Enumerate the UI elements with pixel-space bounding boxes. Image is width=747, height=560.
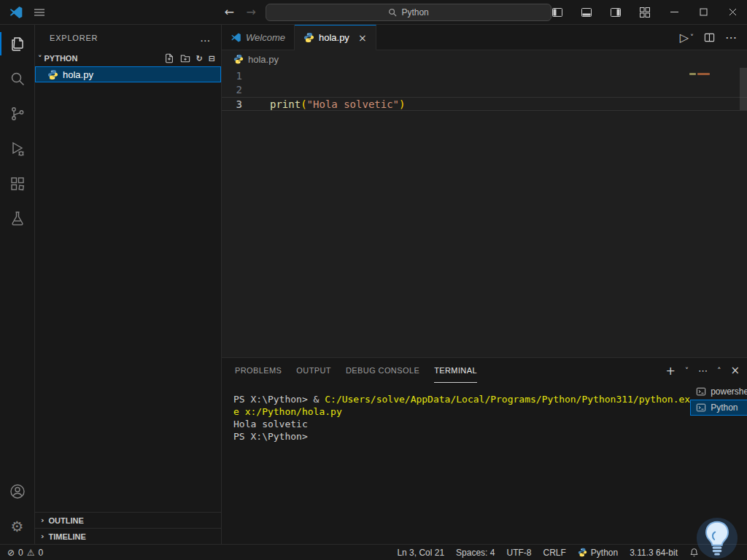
terminal-icon <box>696 386 706 397</box>
cursor-position-status[interactable]: Ln 3, Col 21 <box>397 548 444 558</box>
python-file-icon <box>233 54 244 64</box>
search-sidebar-icon[interactable] <box>0 61 34 96</box>
warning-count: 0 <box>39 548 44 558</box>
chevron-right-icon: › <box>41 516 44 525</box>
search-icon <box>388 8 397 17</box>
search-value: Python <box>401 7 428 18</box>
indentation-status[interactable]: Spaces: 4 <box>456 548 495 558</box>
tab-output[interactable]: OUTPUT <box>296 358 331 383</box>
explorer-empty-area[interactable] <box>35 82 221 512</box>
close-window-button[interactable] <box>718 0 747 24</box>
timeline-section[interactable]: › TIMELINE <box>35 528 221 544</box>
tab-terminal[interactable]: TERMINAL <box>434 358 477 383</box>
source-control-icon[interactable] <box>0 96 34 131</box>
error-icon: ⊘ <box>7 548 15 558</box>
lightbulb-watermark <box>694 515 740 560</box>
line-number: 3 <box>222 98 257 110</box>
forward-arrow-icon[interactable]: → <box>244 5 258 19</box>
tab-problems[interactable]: PROBLEMS <box>235 358 282 383</box>
terminal-icon <box>696 402 706 413</box>
current-line: 3 print("Hola solvetic") <box>222 97 747 111</box>
error-count: 0 <box>18 548 23 558</box>
terminal-instance-label: powershell <box>711 386 747 397</box>
editor-scrollbar[interactable] <box>740 68 747 110</box>
editor-tab-bar: Welcome hola.py × ▷ ˅ <box>222 25 747 50</box>
toggle-panel-icon[interactable] <box>572 0 601 24</box>
python-interpreter-status[interactable]: 3.11.3 64-bit <box>630 548 678 558</box>
testing-icon[interactable] <box>0 201 34 236</box>
new-folder-icon[interactable] <box>180 53 190 63</box>
collapse-folders-icon[interactable]: ⊟ <box>209 54 215 63</box>
file-item-hola-py[interactable]: hola.py <box>35 66 221 82</box>
close-panel-icon[interactable]: × <box>730 364 740 377</box>
explorer-icon[interactable] <box>0 26 34 61</box>
warning-icon: ⚠ <box>27 548 35 558</box>
folder-name: PYTHON <box>44 54 78 63</box>
editor-more-actions-icon[interactable]: ⋯ <box>725 31 737 44</box>
eol-status[interactable]: CRLF <box>543 548 565 558</box>
settings-gear-icon[interactable]: ⚙ <box>0 509 34 544</box>
tab-welcome-label: Welcome <box>246 32 285 43</box>
status-bar: ⊘ 0 ⚠ 0 Ln 3, Col 21 Spaces: 4 UTF-8 CRL… <box>0 544 747 560</box>
back-arrow-icon[interactable]: ← <box>222 5 236 19</box>
panel-more-actions-icon[interactable]: ⋯ <box>698 365 708 376</box>
encoding-status[interactable]: UTF-8 <box>506 548 531 558</box>
python-file-icon <box>303 32 314 43</box>
run-dropdown-icon[interactable]: ˅ <box>690 34 694 42</box>
maximize-button[interactable] <box>689 0 718 24</box>
close-tab-icon[interactable]: × <box>358 32 367 44</box>
explorer-more-actions-icon[interactable]: … <box>200 32 211 44</box>
breadcrumb[interactable]: hola.py <box>222 50 747 68</box>
problems-status[interactable]: ⊘ 0 ⚠ 0 <box>7 548 43 558</box>
refresh-explorer-icon[interactable]: ↻ <box>196 54 203 63</box>
vscode-tab-icon <box>231 32 241 43</box>
extensions-icon[interactable] <box>0 166 34 201</box>
title-bar: ← → Python <box>0 0 747 25</box>
minimize-button[interactable] <box>659 0 689 24</box>
tab-debug-console[interactable]: DEBUG CONSOLE <box>346 358 419 383</box>
folder-section-header[interactable]: ˅ PYTHON ↻ ⊟ <box>35 50 221 66</box>
code-line: print("Hola solvetic") <box>257 98 405 110</box>
tab-hola-py-label: hola.py <box>319 32 349 43</box>
command-search-input[interactable]: Python <box>266 4 551 21</box>
maximize-panel-icon[interactable]: ˄ <box>717 366 721 376</box>
terminal-instance-label: Python <box>711 402 738 413</box>
vscode-logo-icon <box>9 5 23 20</box>
vscode-window: ← → Python <box>0 0 747 560</box>
new-file-icon[interactable] <box>164 53 174 63</box>
terminal-output[interactable]: PS X:\Python> & C:/Users/solve/AppData/L… <box>222 383 690 544</box>
outline-section[interactable]: › OUTLINE <box>35 512 221 528</box>
tab-welcome[interactable]: Welcome <box>222 25 295 50</box>
code-editor[interactable]: 1 2 3 print("Hola solvetic") <box>222 68 747 357</box>
chevron-down-icon: ˅ <box>38 54 42 63</box>
customize-layout-icon[interactable] <box>630 0 659 24</box>
menu-hamburger-icon[interactable] <box>34 7 45 18</box>
terminal-instance-python[interactable]: Python <box>690 400 747 416</box>
timeline-label: TIMELINE <box>49 532 86 541</box>
explorer-sidebar: EXPLORER … ˅ PYTHON ↻ ⊟ <box>35 25 222 544</box>
new-terminal-icon[interactable]: + <box>666 364 676 378</box>
python-icon <box>578 548 587 557</box>
activity-bar: ⚙ <box>0 25 35 544</box>
toggle-secondary-sidebar-icon[interactable] <box>601 0 630 24</box>
language-label: Python <box>591 548 618 558</box>
tab-hola-py[interactable]: hola.py × <box>295 25 376 50</box>
chevron-right-icon: › <box>41 532 44 541</box>
terminal-line: PS X:\Python> & C:/Users/solve/AppData/L… <box>233 393 690 405</box>
terminal-instance-powershell[interactable]: powershell <box>690 384 747 400</box>
split-editor-icon[interactable] <box>704 32 715 43</box>
terminal-line: PS X:\Python> <box>233 430 690 443</box>
terminal-line: e x:/Python/hola.py <box>233 405 690 418</box>
minimap[interactable] <box>687 68 737 357</box>
file-name: hola.py <box>63 69 93 80</box>
accounts-icon[interactable] <box>0 474 34 509</box>
python-file-icon <box>47 69 58 80</box>
line-number: 1 <box>222 69 257 83</box>
outline-label: OUTLINE <box>49 516 84 525</box>
run-python-file-icon[interactable]: ▷ <box>680 31 689 44</box>
breadcrumb-file: hola.py <box>248 54 279 65</box>
language-mode-status[interactable]: Python <box>578 548 618 558</box>
run-and-debug-icon[interactable] <box>0 131 34 166</box>
terminal-profile-dropdown-icon[interactable]: ˅ <box>685 367 689 375</box>
terminal-line: Hola solvetic <box>233 418 690 430</box>
